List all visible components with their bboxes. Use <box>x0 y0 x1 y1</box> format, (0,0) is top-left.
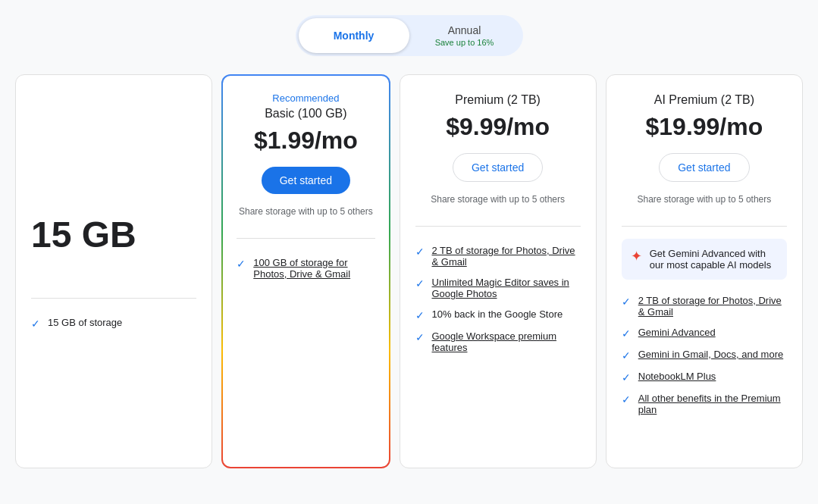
feature-text[interactable]: Unlimited Magic Editor saves in Google P… <box>432 277 581 299</box>
check-icon: ✓ <box>622 327 631 340</box>
plan-price-ai-premium: $19.99/mo <box>622 113 787 141</box>
feature-text[interactable]: NotebookLM Plus <box>638 371 716 382</box>
gemini-highlight: ✦ Get Gemini Advanced with our most capa… <box>622 239 787 280</box>
check-icon: ✓ <box>415 309 425 321</box>
plans-container: 15 GB ✓ 15 GB of storage Recommended Bas… <box>15 74 803 468</box>
toggle-container: Monthly Annual Save up to 16% <box>296 15 523 56</box>
plan-card-free: 15 GB ✓ 15 GB of storage <box>15 74 212 468</box>
feature-text[interactable]: All other benefits in the Premium plan <box>638 393 787 415</box>
annual-label: Annual <box>448 24 481 36</box>
plan-card-basic: Recommended Basic (100 GB) $1.99/mo Get … <box>221 74 390 468</box>
list-item: ✓ All other benefits in the Premium plan <box>622 393 787 415</box>
check-icon: ✓ <box>622 349 631 362</box>
check-icon: ✓ <box>415 331 425 343</box>
gemini-star-icon: ✦ <box>631 248 642 265</box>
list-item: ✓ Gemini Advanced <box>622 327 787 340</box>
check-icon: ✓ <box>415 246 425 258</box>
list-item: ✓ Unlimited Magic Editor saves in Google… <box>415 277 581 299</box>
check-icon: ✓ <box>622 393 631 405</box>
list-item: ✓ Gemini in Gmail, Docs, and more <box>622 349 787 362</box>
share-text-premium: Share storage with up to 5 others <box>415 194 581 205</box>
get-started-button-premium[interactable]: Get started <box>453 153 543 182</box>
check-icon: ✓ <box>622 371 631 383</box>
get-started-button-ai-premium[interactable]: Get started <box>659 153 749 182</box>
plan-price-basic: $1.99/mo <box>237 127 375 155</box>
list-item: ✓ 2 TB of storage for Photos, Drive & Gm… <box>415 245 581 268</box>
check-icon: ✓ <box>31 318 40 330</box>
check-icon: ✓ <box>622 296 631 308</box>
feature-text[interactable]: Google Workspace premium features <box>432 330 581 353</box>
list-item: ✓ 10% back in the Google Store <box>415 308 581 321</box>
plan-name-basic: Basic (100 GB) <box>237 107 375 121</box>
get-started-button-basic[interactable]: Get started <box>262 167 350 194</box>
list-item: ✓ NotebookLM Plus <box>622 371 787 383</box>
feature-text[interactable]: 2 TB of storage for Photos, Drive & Gmai… <box>432 245 581 268</box>
divider <box>237 238 375 239</box>
feature-list-ai-premium: ✓ 2 TB of storage for Photos, Drive & Gm… <box>622 295 787 415</box>
check-icon: ✓ <box>237 258 246 270</box>
feature-text[interactable]: Gemini Advanced <box>638 327 716 338</box>
check-icon: ✓ <box>415 277 425 290</box>
card-inner-basic: Recommended Basic (100 GB) $1.99/mo Get … <box>223 76 388 467</box>
feature-text: 10% back in the Google Store <box>432 308 563 320</box>
feature-text[interactable]: 2 TB of storage for Photos, Drive & Gmai… <box>638 295 787 318</box>
feature-text[interactable]: 100 GB of storage for Photos, Drive & Gm… <box>253 257 375 280</box>
feature-list-free: ✓ 15 GB of storage <box>31 317 196 330</box>
share-text-ai-premium: Share storage with up to 5 others <box>622 194 787 205</box>
divider <box>415 226 581 227</box>
list-item: ✓ 100 GB of storage for Photos, Drive & … <box>237 257 375 280</box>
free-storage: 15 GB <box>31 214 196 255</box>
list-item: ✓ 15 GB of storage <box>31 317 196 330</box>
recommended-label: Recommended <box>237 92 375 104</box>
share-text-basic: Share storage with up to 5 others <box>237 206 375 217</box>
feature-list-basic: ✓ 100 GB of storage for Photos, Drive & … <box>237 257 375 280</box>
save-label: Save up to 16% <box>435 38 494 47</box>
plan-name-ai-premium: AI Premium (2 TB) <box>622 93 787 107</box>
feature-text: 15 GB of storage <box>48 317 122 328</box>
divider <box>31 298 196 299</box>
list-item: ✓ 2 TB of storage for Photos, Drive & Gm… <box>622 295 787 318</box>
plan-card-premium: Premium (2 TB) $9.99/mo Get started Shar… <box>400 74 597 468</box>
plan-card-ai-premium: AI Premium (2 TB) $19.99/mo Get started … <box>606 74 803 468</box>
feature-list-premium: ✓ 2 TB of storage for Photos, Drive & Gm… <box>415 245 581 353</box>
divider <box>622 226 787 227</box>
list-item: ✓ Google Workspace premium features <box>415 330 581 353</box>
annual-toggle[interactable]: Annual Save up to 16% <box>409 18 520 53</box>
monthly-toggle[interactable]: Monthly <box>299 18 409 53</box>
gemini-highlight-text: Get Gemini Advanced with our most capabl… <box>650 248 778 271</box>
feature-text[interactable]: Gemini in Gmail, Docs, and more <box>638 349 783 360</box>
plan-name-premium: Premium (2 TB) <box>415 93 581 107</box>
plan-price-premium: $9.99/mo <box>415 113 581 141</box>
